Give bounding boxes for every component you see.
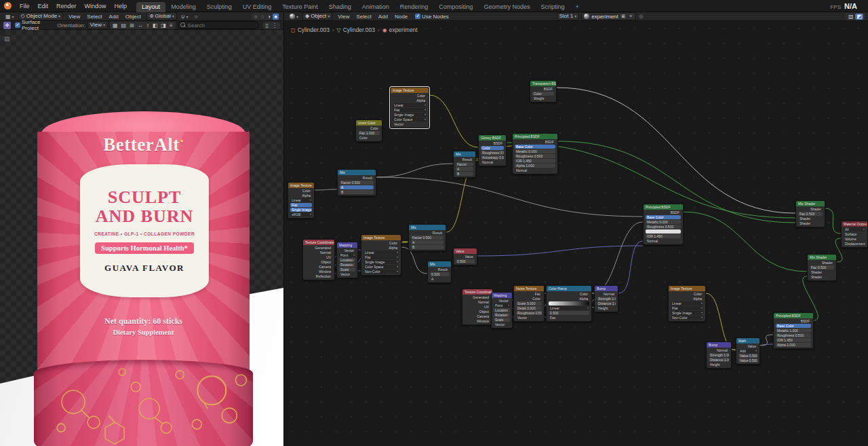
tab-geometry-nodes[interactable]: Geometry Nodes <box>478 2 535 12</box>
tool-option-icon[interactable]: ◧ <box>151 22 159 29</box>
node-row[interactable]: sRGB <box>290 212 312 217</box>
node-row[interactable]: Factor 0.500 <box>340 181 374 185</box>
proportional-editing-toggle[interactable]: ○ <box>193 13 200 20</box>
node-row[interactable]: Strength 1.000 <box>709 353 729 357</box>
node-row[interactable]: Alpha <box>671 297 703 301</box>
node-row[interactable]: Location <box>339 258 355 262</box>
node-mix[interactable]: MixResultFactor 0.500AB <box>337 169 376 196</box>
node-row[interactable]: Anisotropy 0.000 <box>481 155 504 160</box>
node-row[interactable]: Normal <box>465 300 490 304</box>
menu-select[interactable]: Select <box>83 14 105 20</box>
node-row[interactable]: Fac <box>516 292 542 296</box>
node-row[interactable]: IOR 1.450 <box>646 234 681 238</box>
node-row[interactable]: Result <box>340 176 374 180</box>
blender-logo-icon[interactable] <box>4 2 12 10</box>
node-row[interactable]: Strength 1.000 <box>597 297 616 301</box>
shading-rendered-icon[interactable]: ● <box>273 14 279 20</box>
copy-icon[interactable]: ▣ <box>620 14 627 19</box>
node-image-texture[interactable]: Image TextureColorAlphaLinearFlatSingle … <box>288 182 315 219</box>
node-row[interactable]: Color <box>358 136 380 140</box>
tab-uv-editing[interactable]: UV Editing <box>237 2 277 12</box>
node-row[interactable]: Fac <box>549 316 589 320</box>
node-row[interactable]: Flat <box>290 203 312 207</box>
shader-node-editor[interactable]: Cylinder.003›Cylinder.003›experiment Ima… <box>284 21 868 446</box>
node-row[interactable]: Displacement <box>844 242 865 246</box>
node-row[interactable]: Flat <box>393 108 427 112</box>
node-row[interactable]: Color <box>549 292 589 296</box>
shading-material-icon[interactable]: ◑ <box>266 14 272 20</box>
node-image-texture[interactable]: Image TextureColorAlphaLinearFlatSingle … <box>361 234 401 276</box>
tool-option-icon[interactable]: ↔ <box>136 22 144 29</box>
node-row[interactable]: BSDF <box>481 141 504 145</box>
node-principled-bsdf[interactable]: Principled BSDFBSDFBase ColorMetallic 1.… <box>773 312 814 349</box>
node-math[interactable]: MathValueAddValue 0.500Value 0.500 <box>736 337 760 365</box>
node-row[interactable]: Reflection <box>305 274 332 278</box>
shading-solid-icon[interactable]: ◌ <box>260 14 266 20</box>
node-row[interactable]: Add <box>738 349 757 353</box>
node-row[interactable]: Color <box>358 126 380 130</box>
material-datablock[interactable]: experiment ▣ ✕ <box>581 12 636 20</box>
node-row[interactable]: Result <box>430 267 449 272</box>
node-row[interactable]: Value 0.500 <box>738 358 757 363</box>
node-row[interactable]: 0.500 <box>430 272 449 276</box>
node-row[interactable]: Distance 1.000 <box>709 358 729 362</box>
node-row[interactable]: BSDF <box>646 210 681 215</box>
node-value[interactable]: ValueValue0.500 <box>453 248 477 265</box>
node-mix-shader[interactable]: Mix ShaderShaderFac 0.500ShaderShader <box>795 200 825 227</box>
menu-edit[interactable]: Edit <box>34 3 53 10</box>
node-row[interactable]: Vector <box>516 316 542 320</box>
node-glossy-bsdf[interactable]: Glossy BSDFBSDFColorRoughness 0.500Aniso… <box>478 134 507 166</box>
menu-add[interactable]: Add <box>106 14 122 20</box>
use-nodes-toggle[interactable]: ✓Use Nodes <box>413 13 451 20</box>
node-color-ramp[interactable]: Color RampColorAlphaLinear0.500Fac <box>546 285 592 322</box>
node-row[interactable]: Color <box>393 94 427 98</box>
overlay-toggle-icon[interactable]: ◩ <box>855 14 863 20</box>
tab-animation[interactable]: Animation <box>357 2 395 12</box>
node-row[interactable]: Camera <box>465 314 490 318</box>
node-row[interactable]: IOR 1.450 <box>776 338 811 342</box>
node-row[interactable]: UV <box>465 305 490 309</box>
node-row[interactable]: Fac 0.500 <box>810 265 834 270</box>
tab-sculpting[interactable]: Sculpting <box>201 2 237 12</box>
node-row[interactable]: Roughness 0.500 <box>646 225 681 229</box>
node-row[interactable]: Detail 2.000 <box>516 306 542 310</box>
node-row[interactable]: Shader <box>810 270 834 274</box>
shader-type-select[interactable]: ◆Object▾ <box>302 12 332 20</box>
node-row[interactable]: Roughness 0.500 <box>481 151 504 155</box>
tool-option-icon[interactable]: ↕ <box>145 22 151 29</box>
node-row[interactable]: Shader <box>798 207 823 211</box>
snapping-icon[interactable]: ▧ <box>847 14 855 20</box>
node-row[interactable]: A <box>411 240 443 244</box>
node-row[interactable]: Linear <box>393 103 427 107</box>
node-row[interactable]: Result <box>411 231 443 235</box>
node-row[interactable]: Value 0.500 <box>738 354 757 358</box>
shading-wireframe-icon[interactable]: ○ <box>253 14 259 20</box>
node-row[interactable]: Normal <box>646 239 681 243</box>
node-row[interactable]: Fac 1.000 <box>358 131 380 135</box>
tool-option-icon[interactable]: ◨ <box>159 22 167 29</box>
node-row[interactable]: Vector <box>494 299 510 303</box>
menu-select[interactable]: Select <box>353 14 375 20</box>
node-row[interactable]: Metallic 0.000 <box>515 149 555 153</box>
node-image-texture[interactable]: Image TextureColorAlphaLinearFlatSingle … <box>390 87 429 128</box>
node-row[interactable]: Factor <box>456 162 473 166</box>
node-row[interactable]: Color Space <box>363 265 399 269</box>
node-mix-shader[interactable]: Mix ShaderShaderFac 0.500ShaderShader <box>807 254 837 281</box>
node-row[interactable]: Point <box>494 303 510 308</box>
node-row[interactable]: Linear <box>290 198 312 202</box>
node-row[interactable]: Window <box>305 270 332 274</box>
active-tool-icon[interactable]: ✛ <box>3 22 11 29</box>
breadcrumb-mesh[interactable]: Cylinder.003 <box>337 26 375 33</box>
node-row[interactable]: B <box>340 190 374 194</box>
viewport-3d[interactable]: ▤ BetterAlt▪ SCULPTAND BURN CREATINE • G… <box>0 30 283 446</box>
editor-type-button[interactable]: ▦▾ <box>3 13 16 20</box>
tool-option-icon[interactable]: ▤ <box>120 22 128 29</box>
node-row[interactable]: Flat <box>363 255 399 259</box>
breadcrumb-object[interactable]: Cylinder.003 <box>291 26 330 33</box>
node-row[interactable]: Location <box>494 308 510 312</box>
node-row[interactable]: All <box>844 227 865 231</box>
node-row[interactable]: Single Image <box>290 208 312 212</box>
node-row[interactable]: Roughness 0.500 <box>515 154 555 158</box>
pin-icon[interactable]: ◎ <box>638 14 644 19</box>
node-row[interactable]: Normal <box>597 292 616 296</box>
